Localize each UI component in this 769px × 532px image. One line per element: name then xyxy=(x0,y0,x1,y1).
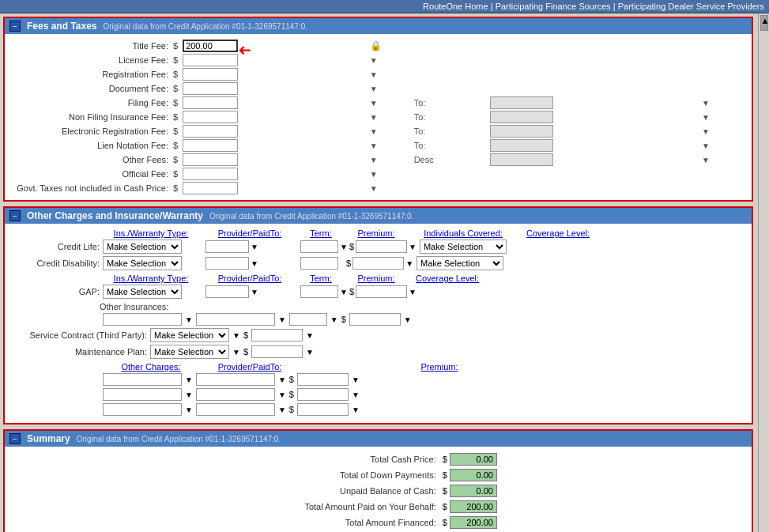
term-header2[interactable]: Term: xyxy=(297,274,345,283)
filing-fee-range-arrow[interactable]: ▼ xyxy=(702,99,711,108)
credit-life-premium-arrow[interactable]: ▼ xyxy=(409,243,417,251)
gap-premium-arrow[interactable]: ▼ xyxy=(409,288,417,296)
electronic-reg-arrow-icon[interactable]: ▼ xyxy=(370,127,379,137)
gap-selection[interactable]: Make Selection Option 1 xyxy=(103,285,182,299)
gap-premium-input[interactable] xyxy=(356,285,407,298)
other-insurances-premium-arrow[interactable]: ▼ xyxy=(404,315,412,324)
other-insurances-input1[interactable] xyxy=(103,313,182,326)
other-insurances-term-arrow[interactable]: ▼ xyxy=(330,315,338,324)
other-fees-arrow-icon[interactable]: ▼ xyxy=(370,156,379,165)
credit-disability-term-input[interactable] xyxy=(300,257,338,270)
other-charges-premium1[interactable] xyxy=(297,373,349,386)
filing-fee-arrow-icon[interactable]: ▼ xyxy=(370,99,379,108)
gap-provider-arrow[interactable]: ▼ xyxy=(251,288,258,296)
other-charges-input1b[interactable] xyxy=(196,373,275,386)
routeone-link[interactable]: RouteOne Home xyxy=(423,2,488,11)
service-contract-selection[interactable]: Make Selection Option 1 xyxy=(150,328,229,342)
coverage-level-header2[interactable]: Coverage Level: xyxy=(408,274,487,283)
other-fees-desc-input[interactable] xyxy=(490,153,553,166)
credit-disability-selection[interactable]: Make Selection Option 1 xyxy=(103,256,182,270)
electronic-reg-range-input[interactable] xyxy=(490,125,553,138)
other-charges-arrow1a[interactable]: ▼ xyxy=(185,375,193,384)
other-insurances-arrow2[interactable]: ▼ xyxy=(278,315,286,324)
other-insurances-arrow1[interactable]: ▼ xyxy=(185,315,193,324)
other-charges-input2a[interactable] xyxy=(103,388,182,401)
finance-sources-link[interactable]: Participating Finance Sources xyxy=(496,2,611,11)
other-charges-collapse-btn[interactable]: − xyxy=(9,210,21,221)
gap-provider-input[interactable] xyxy=(205,285,249,298)
maintenance-plan-premium-arrow[interactable]: ▼ xyxy=(306,348,314,357)
service-contract-arrow[interactable]: ▼ xyxy=(232,331,240,340)
service-contract-premium-arrow[interactable]: ▼ xyxy=(306,331,314,340)
govt-taxes-arrow-icon[interactable]: ▼ xyxy=(370,184,379,194)
other-insurances-input2[interactable] xyxy=(196,313,275,326)
dealer-service-link[interactable]: Participating Dealer Service Providers xyxy=(618,2,764,11)
gap-term-arrow[interactable]: ▼ xyxy=(340,288,348,296)
other-fees-input[interactable] xyxy=(183,153,238,166)
license-fee-input[interactable] xyxy=(183,54,238,66)
fees-collapse-btn[interactable]: − xyxy=(9,21,21,32)
ins-warranty-type-header[interactable]: Ins./Warranty Type: xyxy=(100,228,202,238)
registration-fee-input[interactable] xyxy=(183,68,238,81)
summary-collapse-btn[interactable]: − xyxy=(9,433,21,444)
other-charges-input3a[interactable] xyxy=(103,403,182,416)
other-charges-arrow3b[interactable]: ▼ xyxy=(278,406,286,414)
govt-taxes-input[interactable] xyxy=(183,182,238,194)
premium-header[interactable]: Premium: xyxy=(345,228,408,238)
electronic-reg-range-arrow[interactable]: ▼ xyxy=(702,127,711,137)
other-charges-premium-arrow3[interactable]: ▼ xyxy=(352,406,360,414)
other-fees-desc-arrow[interactable]: ▼ xyxy=(702,156,711,165)
other-charges-arrow2a[interactable]: ▼ xyxy=(185,391,193,399)
other-charges-input3b[interactable] xyxy=(196,403,275,416)
premium-header2[interactable]: Premium: xyxy=(345,274,408,283)
scrollbar-thumb-up[interactable]: ▲ xyxy=(760,15,768,31)
non-filing-range-input[interactable] xyxy=(490,111,553,123)
credit-disability-premium-arrow[interactable]: ▼ xyxy=(405,259,413,268)
credit-disability-provider-input[interactable] xyxy=(205,257,249,270)
other-charges-input1a[interactable] xyxy=(103,373,182,386)
registration-fee-arrow-icon[interactable]: ▼ xyxy=(370,70,379,80)
credit-disability-individuals-select[interactable]: Make Selection Individual Joint xyxy=(417,256,503,270)
provider-paid-to-header[interactable]: Provider/PaidTo: xyxy=(202,228,297,238)
gap-term-input[interactable] xyxy=(300,285,338,298)
other-charges-col-header[interactable]: Other Charges: xyxy=(100,362,202,372)
other-charges-arrow1b[interactable]: ▼ xyxy=(278,375,286,384)
credit-disability-provider-arrow[interactable]: ▼ xyxy=(251,259,258,268)
credit-life-provider-input[interactable] xyxy=(205,240,249,253)
credit-life-term-input[interactable] xyxy=(300,240,338,253)
ins-warranty-type-header2[interactable]: Ins./Warranty Type: xyxy=(100,274,202,283)
provider-paid-to-col-header[interactable]: Provider/PaidTo: xyxy=(202,362,297,372)
lien-notation-arrow-icon[interactable]: ▼ xyxy=(370,141,379,151)
other-charges-input2b[interactable] xyxy=(196,388,275,401)
title-fee-lock-icon[interactable]: 🔒 xyxy=(370,40,379,51)
credit-life-individuals-select[interactable]: Make Selection Individual Joint xyxy=(420,240,507,254)
non-filing-fee-input[interactable] xyxy=(183,111,238,123)
term-header[interactable]: Term: xyxy=(297,228,345,238)
other-insurances-term[interactable] xyxy=(289,313,327,326)
credit-life-term-arrow[interactable]: ▼ xyxy=(340,243,348,251)
lien-notation-range-input[interactable] xyxy=(490,139,553,152)
other-charges-premium2[interactable] xyxy=(297,388,349,401)
document-fee-arrow-icon[interactable]: ▼ xyxy=(370,85,379,94)
lien-notation-range-arrow[interactable]: ▼ xyxy=(702,141,711,151)
document-fee-input[interactable] xyxy=(183,82,238,95)
premium-col-header[interactable]: Premium: xyxy=(408,362,471,372)
service-contract-premium[interactable] xyxy=(251,329,303,341)
vertical-scrollbar[interactable]: ▲ ▼ xyxy=(758,13,769,532)
official-fee-arrow-icon[interactable]: ▼ xyxy=(370,170,379,179)
credit-life-selection[interactable]: Make Selection Option 1 xyxy=(103,240,182,254)
coverage-level-header[interactable]: Coverage Level: xyxy=(518,228,597,238)
credit-life-premium-input[interactable] xyxy=(356,240,407,253)
maintenance-plan-selection[interactable]: Make Selection Option 1 xyxy=(150,345,229,359)
other-charges-arrow3a[interactable]: ▼ xyxy=(185,406,193,414)
individuals-covered-header[interactable]: Individuals Covered: xyxy=(408,228,518,238)
electronic-reg-fee-input[interactable] xyxy=(183,125,238,138)
lien-notation-fee-input[interactable] xyxy=(183,139,238,152)
filing-fee-input[interactable] xyxy=(183,96,238,109)
other-insurances-premium[interactable] xyxy=(349,313,401,326)
other-charges-premium-arrow2[interactable]: ▼ xyxy=(352,391,360,399)
license-fee-arrow-icon[interactable]: ▼ xyxy=(370,56,379,66)
maintenance-plan-premium[interactable] xyxy=(251,345,303,358)
credit-life-provider-arrow[interactable]: ▼ xyxy=(251,243,258,251)
filing-fee-range-input[interactable] xyxy=(490,96,553,109)
